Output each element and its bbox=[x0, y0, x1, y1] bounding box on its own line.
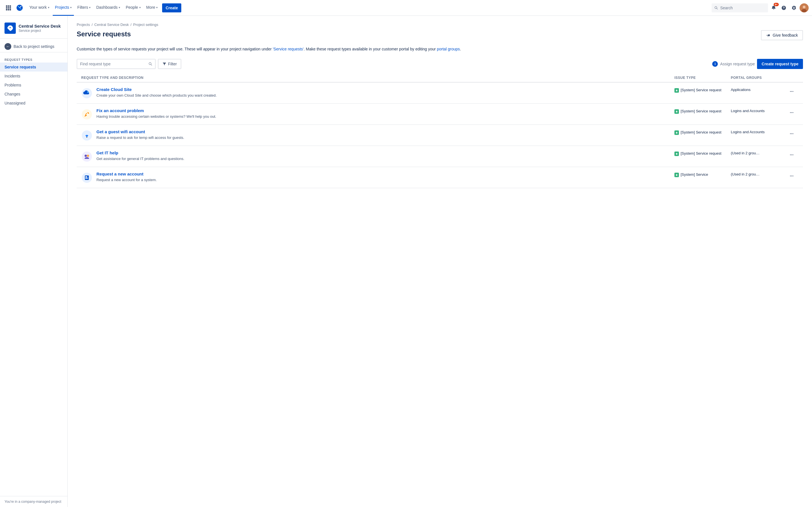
request-icon-new-account bbox=[81, 172, 93, 183]
table-row: Get IT help Get assistance for general I… bbox=[77, 146, 803, 167]
request-name-new-account[interactable]: Request a new account bbox=[96, 172, 157, 176]
chevron-down-icon: ▾ bbox=[119, 6, 120, 9]
svg-point-16 bbox=[87, 137, 87, 138]
chevron-down-icon: ▾ bbox=[156, 6, 158, 9]
assign-request-label: Assign request type bbox=[720, 62, 755, 66]
search-icon bbox=[149, 62, 152, 66]
sidebar-item-incidents[interactable]: Incidents bbox=[0, 71, 67, 80]
nav-projects[interactable]: Projects ▾ bbox=[53, 0, 74, 16]
project-icon bbox=[4, 22, 16, 34]
svg-rect-8 bbox=[10, 9, 11, 10]
request-icon-wifi bbox=[81, 130, 93, 141]
assign-info: i Assign request type bbox=[712, 61, 755, 67]
grid-icon[interactable] bbox=[3, 3, 13, 13]
portal-groups-link[interactable]: portal groups bbox=[437, 47, 460, 51]
row-more-button[interactable]: ··· bbox=[787, 172, 796, 180]
create-request-type-button[interactable]: Create request type bbox=[757, 59, 803, 69]
back-to-project-settings[interactable]: ← Back to project settings bbox=[0, 41, 67, 52]
row-more-button[interactable]: ··· bbox=[787, 129, 796, 138]
sidebar-item-changes[interactable]: Changes bbox=[0, 90, 67, 99]
request-desc-it-help: Get assistance for general IT problems a… bbox=[96, 156, 185, 161]
svg-point-14 bbox=[82, 109, 92, 119]
request-name-it-help[interactable]: Get IT help bbox=[96, 151, 185, 155]
info-icon: i bbox=[712, 61, 718, 67]
user-avatar[interactable] bbox=[800, 3, 809, 12]
settings-button[interactable] bbox=[790, 3, 799, 12]
issue-type-badge bbox=[674, 152, 679, 156]
svg-rect-1 bbox=[8, 5, 9, 7]
row-more-button[interactable]: ··· bbox=[787, 108, 796, 117]
rocket-icon bbox=[7, 25, 13, 32]
page-title: Service requests bbox=[77, 30, 131, 38]
request-icon-fix-account bbox=[81, 109, 93, 120]
svg-point-18 bbox=[85, 155, 87, 157]
row-more-button[interactable]: ··· bbox=[787, 151, 796, 159]
request-types-section-label: REQUEST TYPES bbox=[0, 56, 67, 62]
svg-rect-3 bbox=[6, 7, 7, 8]
issue-type-badge bbox=[674, 88, 679, 93]
nav-filters[interactable]: Filters ▾ bbox=[75, 0, 93, 16]
global-search[interactable] bbox=[712, 3, 768, 12]
help-button[interactable] bbox=[779, 3, 788, 12]
svg-point-13 bbox=[87, 91, 89, 93]
svg-rect-2 bbox=[10, 5, 11, 7]
request-desc-fix-account: Having trouble accessing certain website… bbox=[96, 114, 216, 119]
table-row: Create Cloud Site Create your own Cloud … bbox=[77, 82, 803, 104]
svg-rect-6 bbox=[6, 9, 7, 10]
svg-rect-21 bbox=[85, 175, 89, 180]
svg-point-11 bbox=[802, 9, 807, 12]
svg-rect-5 bbox=[10, 7, 11, 8]
svg-rect-7 bbox=[8, 9, 9, 10]
jira-logo[interactable] bbox=[15, 3, 25, 13]
nav-your-work[interactable]: Your work ▾ bbox=[27, 0, 52, 16]
notification-count: 9+ bbox=[774, 3, 779, 6]
page-header: Service requests Give feedback bbox=[77, 30, 803, 40]
issue-type-badge bbox=[674, 109, 679, 114]
sidebar-item-service-requests[interactable]: Service requests bbox=[0, 62, 67, 71]
find-request-input[interactable] bbox=[80, 62, 146, 66]
svg-point-10 bbox=[803, 6, 806, 8]
nav-people[interactable]: People ▾ bbox=[123, 0, 143, 16]
find-request-type-search[interactable] bbox=[77, 59, 156, 69]
svg-point-19 bbox=[87, 155, 89, 157]
search-icon bbox=[714, 6, 718, 10]
sidebar: Central Service Desk Service project ← B… bbox=[0, 16, 68, 507]
nav-more[interactable]: More ▾ bbox=[144, 0, 160, 16]
toolbar: Filter i Assign request type Create requ… bbox=[77, 59, 803, 69]
breadcrumb: Projects / Central Service Desk / Projec… bbox=[77, 22, 803, 27]
issue-type-badge bbox=[674, 173, 679, 177]
sidebar-item-unassigned[interactable]: Unassigned bbox=[0, 99, 67, 108]
table-row: Fix an account problem Having trouble ac… bbox=[77, 104, 803, 125]
request-name-wifi[interactable]: Get a guest wifi account bbox=[96, 129, 184, 134]
request-desc-wifi: Raise a request to ask for temp wifi acc… bbox=[96, 135, 184, 140]
nav-dashboards[interactable]: Dashboards ▾ bbox=[94, 0, 122, 16]
help-icon bbox=[781, 5, 786, 10]
table-row: Request a new account Request a new acco… bbox=[77, 167, 803, 188]
top-navigation: Your work ▾ Projects ▾ Filters ▾ Dashboa… bbox=[0, 0, 812, 16]
app-layout: Central Service Desk Service project ← B… bbox=[0, 16, 812, 507]
project-name: Central Service Desk bbox=[18, 24, 61, 29]
breadcrumb-central-service-desk[interactable]: Central Service Desk bbox=[94, 22, 129, 27]
filter-button[interactable]: Filter bbox=[158, 59, 181, 69]
svg-rect-4 bbox=[8, 7, 9, 8]
breadcrumb-projects[interactable]: Projects bbox=[77, 22, 90, 27]
breadcrumb-project-settings: Project settings bbox=[133, 22, 158, 27]
megaphone-icon bbox=[766, 33, 770, 38]
row-more-button[interactable]: ··· bbox=[787, 87, 796, 96]
chevron-down-icon: ▾ bbox=[139, 6, 141, 9]
search-input[interactable] bbox=[720, 6, 765, 10]
create-button[interactable]: Create bbox=[162, 3, 181, 12]
svg-rect-0 bbox=[6, 5, 7, 7]
page-description: Customize the types of service requests … bbox=[77, 46, 803, 52]
request-name-fix-account[interactable]: Fix an account problem bbox=[96, 108, 216, 113]
give-feedback-button[interactable]: Give feedback bbox=[761, 30, 803, 40]
settings-icon bbox=[792, 5, 797, 10]
notifications-button[interactable]: 9+ bbox=[769, 3, 778, 12]
project-header: Central Service Desk Service project bbox=[0, 20, 67, 39]
service-requests-link[interactable]: 'Service requests' bbox=[273, 47, 304, 51]
filter-icon bbox=[162, 62, 166, 66]
request-icon-cloud bbox=[81, 88, 93, 99]
request-name-create-cloud[interactable]: Create Cloud Site bbox=[96, 87, 216, 92]
request-icon-it-help bbox=[81, 151, 93, 162]
sidebar-item-problems[interactable]: Problems bbox=[0, 80, 67, 90]
